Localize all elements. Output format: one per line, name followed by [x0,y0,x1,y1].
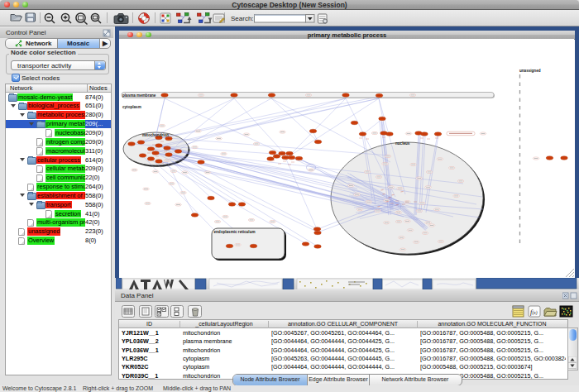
svg-text:Search:: Search: [231,15,254,22]
svg-text:unassigned: unassigned [519,69,541,73]
svg-text:mitochondrion: mitochondrion [142,133,169,137]
svg-text:endoplasmic reticulum: endoplasmic reticulum [214,230,256,234]
svg-text:plasma membrane: plasma membrane [122,93,156,98]
svg-text:nucleus: nucleus [395,141,410,146]
svg-text:cytoplasm: cytoplasm [122,105,141,109]
